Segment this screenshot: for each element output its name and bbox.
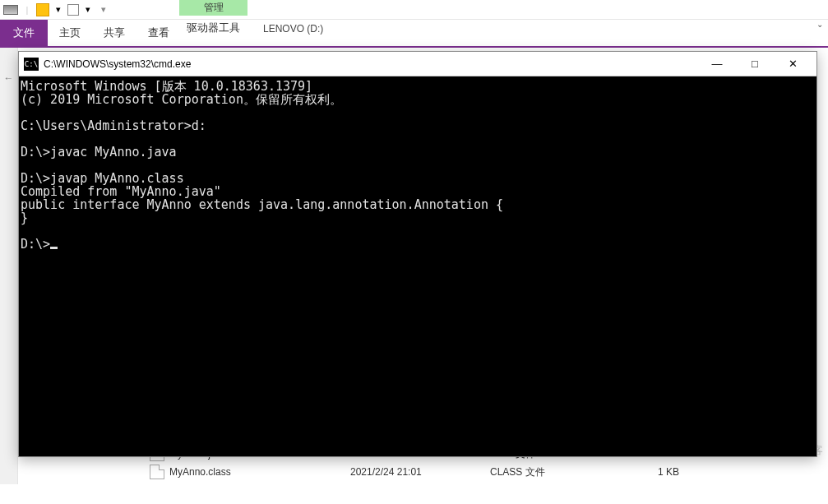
drive-icon	[3, 5, 18, 15]
tab-home[interactable]: 主页	[48, 20, 92, 46]
cmd-window: C:\ C:\WINDOWS\system32\cmd.exe — □ ✕ Mi…	[18, 51, 817, 457]
tab-view[interactable]: 查看	[136, 20, 181, 46]
file-name: MyAnno.class	[169, 466, 350, 478]
contextual-tab-header: 管理	[179, 0, 247, 16]
cursor	[50, 247, 58, 249]
file-row[interactable]: MyAnno.class 2021/2/24 21:01 CLASS 文件 1 …	[150, 463, 828, 481]
minimize-button[interactable]: —	[698, 52, 736, 76]
qat-dropdown-icon[interactable]: ▾	[52, 3, 65, 16]
maximize-button[interactable]: □	[736, 52, 774, 76]
ribbon-expand-icon[interactable]: ⌄	[812, 20, 828, 46]
back-arrow-icon[interactable]: ←	[0, 72, 17, 84]
file-type: CLASS 文件	[490, 465, 613, 479]
props-icon[interactable]	[67, 4, 79, 16]
qat-dropdown-icon[interactable]: ▾	[81, 3, 95, 16]
address-path: LENOVO (D:)	[263, 23, 323, 35]
quick-access-toolbar: | ▾ ▾ ▾	[0, 0, 828, 20]
tab-share[interactable]: 共享	[92, 20, 136, 46]
tab-drive-tools[interactable]: 驱动器工具	[179, 16, 247, 40]
cmd-title-text: C:\WINDOWS\system32\cmd.exe	[44, 58, 698, 70]
ribbon-tabs: 文件 主页 共享 查看 管理 驱动器工具 LENOVO (D:) ⌄	[0, 20, 828, 46]
folder-icon[interactable]	[36, 3, 49, 16]
close-button[interactable]: ✕	[774, 52, 812, 76]
cmd-titlebar[interactable]: C:\ C:\WINDOWS\system32\cmd.exe — □ ✕	[19, 52, 816, 76]
file-size: 1 KB	[613, 466, 679, 478]
cmd-output[interactable]: Microsoft Windows [版本 10.0.18363.1379] (…	[19, 76, 816, 456]
divider: |	[21, 3, 34, 16]
file-icon	[150, 465, 164, 479]
contextual-tab-group: 管理 驱动器工具	[179, 0, 247, 40]
file-date: 2021/2/24 21:01	[350, 466, 490, 478]
qat-customize-icon[interactable]: ▾	[97, 3, 110, 16]
cmd-icon: C:\	[24, 58, 39, 71]
nav-back-column: ←	[0, 48, 18, 484]
tab-file[interactable]: 文件	[0, 20, 48, 46]
